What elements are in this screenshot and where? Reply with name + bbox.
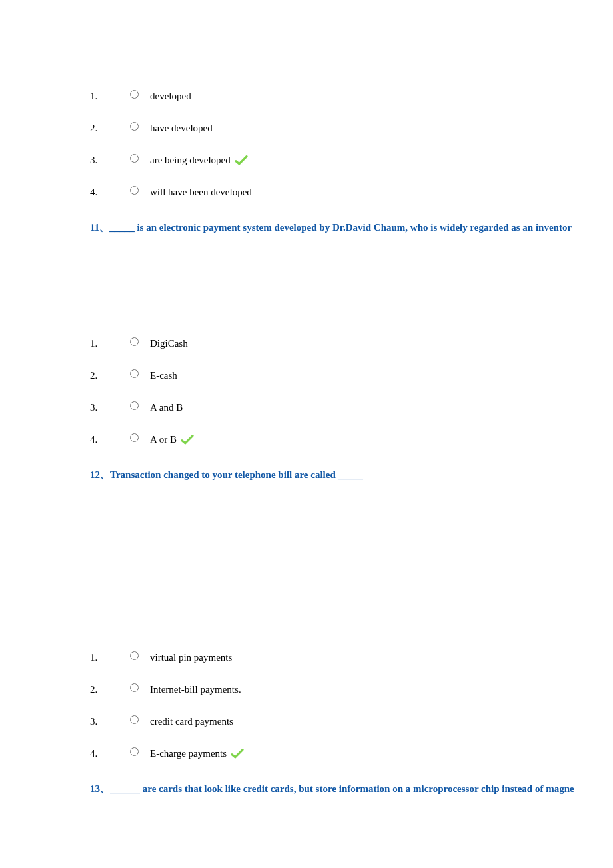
question-11-options: 1. DigiCash 2. E-cash 3. A and B 4. A or… bbox=[90, 327, 613, 455]
option-row: 4. will have been developed bbox=[90, 176, 613, 208]
option-text: Internet-bill payments. bbox=[150, 684, 241, 695]
question-text: are cards that look like credit cards, b… bbox=[140, 783, 574, 794]
option-row: 2. E-cash bbox=[90, 359, 613, 391]
correct-check-icon bbox=[235, 154, 248, 166]
radio-cell bbox=[130, 122, 150, 131]
option-radio[interactable] bbox=[130, 186, 139, 195]
blank: ______ bbox=[110, 783, 140, 794]
option-radio[interactable] bbox=[130, 401, 139, 410]
option-text: E-cash bbox=[150, 370, 177, 381]
option-text: virtual pin payments bbox=[150, 652, 232, 663]
option-row: 1. developed bbox=[90, 80, 613, 112]
option-radio[interactable] bbox=[130, 154, 139, 163]
option-number: 3. bbox=[90, 402, 130, 413]
option-number: 4. bbox=[90, 187, 130, 198]
option-row: 3. credit card payments bbox=[90, 705, 613, 737]
question-number: 11、 bbox=[90, 222, 109, 233]
option-text: A and B bbox=[150, 402, 183, 413]
option-radio[interactable] bbox=[130, 433, 139, 442]
option-text: credit card payments bbox=[150, 716, 233, 727]
question-text: Transaction changed to your telephone bi… bbox=[110, 469, 338, 480]
question-13-heading: 13、______ are cards that look like credi… bbox=[90, 783, 613, 795]
option-number: 1. bbox=[90, 652, 130, 663]
option-radio[interactable] bbox=[130, 715, 139, 724]
option-text: developed bbox=[150, 91, 191, 102]
quiz-content: 1. developed 2. have developed 3. are be… bbox=[0, 0, 613, 795]
question-11-heading: 11、_____ is an electronic payment system… bbox=[90, 221, 613, 234]
option-number: 2. bbox=[90, 370, 130, 381]
option-row: 2. Internet-bill payments. bbox=[90, 673, 613, 705]
option-number: 2. bbox=[90, 123, 130, 134]
option-number: 4. bbox=[90, 434, 130, 445]
option-number: 3. bbox=[90, 716, 130, 727]
option-number: 1. bbox=[90, 338, 130, 349]
option-radio[interactable] bbox=[130, 90, 139, 99]
option-number: 3. bbox=[90, 155, 130, 166]
option-row: 4. E-charge payments bbox=[90, 737, 613, 769]
radio-cell bbox=[130, 683, 150, 692]
question-number: 13、 bbox=[90, 783, 110, 794]
radio-cell bbox=[130, 401, 150, 410]
question-number: 12、 bbox=[90, 469, 110, 480]
radio-cell bbox=[130, 154, 150, 163]
option-number: 4. bbox=[90, 748, 130, 759]
option-radio[interactable] bbox=[130, 337, 139, 346]
radio-cell bbox=[130, 186, 150, 195]
question-text: is an electronic payment system develope… bbox=[135, 222, 572, 233]
option-row: 2. have developed bbox=[90, 112, 613, 144]
option-row: 4. A or B bbox=[90, 423, 613, 455]
option-text: E-charge payments bbox=[150, 747, 244, 759]
radio-cell bbox=[130, 337, 150, 346]
blank: _____ bbox=[338, 469, 364, 480]
option-text: A or B bbox=[150, 433, 194, 445]
radio-cell bbox=[130, 433, 150, 442]
option-radio[interactable] bbox=[130, 683, 139, 692]
option-text: DigiCash bbox=[150, 338, 188, 349]
radio-cell bbox=[130, 369, 150, 378]
radio-cell bbox=[130, 715, 150, 724]
correct-check-icon bbox=[231, 747, 244, 759]
option-text: have developed bbox=[150, 123, 213, 134]
option-number: 1. bbox=[90, 91, 130, 102]
correct-check-icon bbox=[181, 433, 194, 445]
option-text: will have been developed bbox=[150, 187, 252, 198]
option-row: 3. A and B bbox=[90, 391, 613, 423]
option-row: 1. DigiCash bbox=[90, 327, 613, 359]
option-radio[interactable] bbox=[130, 747, 139, 756]
question-10-options: 1. developed 2. have developed 3. are be… bbox=[90, 80, 613, 208]
option-radio[interactable] bbox=[130, 651, 139, 660]
radio-cell bbox=[130, 747, 150, 756]
question-12-options: 1. virtual pin payments 2. Internet-bill… bbox=[90, 641, 613, 769]
option-row: 3. are being developed bbox=[90, 144, 613, 176]
question-12-heading: 12、Transaction changed to your telephone… bbox=[90, 469, 613, 481]
option-row: 1. virtual pin payments bbox=[90, 641, 613, 673]
option-radio[interactable] bbox=[130, 369, 139, 378]
option-number: 2. bbox=[90, 684, 130, 695]
option-text: are being developed bbox=[150, 154, 248, 166]
radio-cell bbox=[130, 90, 150, 99]
radio-cell bbox=[130, 651, 150, 660]
option-radio[interactable] bbox=[130, 122, 139, 131]
blank: _____ bbox=[109, 222, 135, 233]
